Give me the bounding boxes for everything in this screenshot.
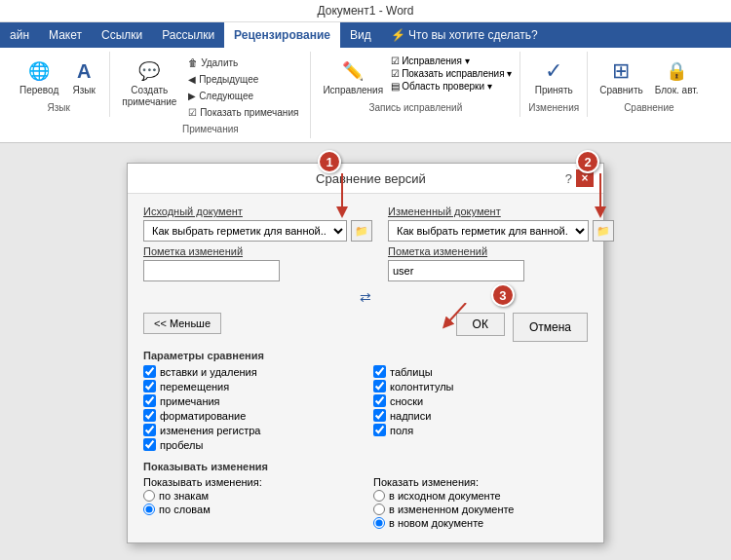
swap-button[interactable]: ⇄ (360, 289, 371, 305)
check-headers: колонтитулы (373, 380, 588, 392)
translate-button[interactable]: 🌐 Перевод (16, 56, 62, 98)
block-authors-icon: 🔒 (663, 57, 690, 85)
cancel-button[interactable]: Отмена (513, 313, 588, 342)
show-markup2-button[interactable]: ☑Показать исправления ▾ (391, 68, 512, 79)
compare-label: Сравнить (599, 85, 643, 96)
review-pane-button[interactable]: ▤Область проверки ▾ (391, 81, 512, 92)
radio-by-word: по словам (143, 504, 358, 515)
check-textboxes-input[interactable] (373, 409, 386, 422)
check-footnotes: сноски (373, 394, 588, 407)
radio-in-changed-input[interactable] (373, 504, 385, 515)
show-comments-button[interactable]: ☑ Показать примечания (184, 105, 302, 120)
document-area: 1 2 Сравнение версий ? × (0, 143, 731, 560)
check-comments-label: примечания (160, 395, 220, 407)
show-markup-button[interactable]: ☑Исправления ▾ (391, 56, 512, 66)
ribbon-group-changes: ✓ Принять Изменения (520, 52, 588, 117)
check-moves-input[interactable] (143, 380, 156, 392)
translate-label: Перевод (19, 85, 58, 96)
radio-in-original-input[interactable] (373, 490, 385, 502)
tab-search[interactable]: ⚡ Что вы хотите сделать? (381, 22, 548, 48)
tab-review[interactable]: Рецензирование (224, 22, 340, 48)
show-col1-label: Показывать изменения: (143, 476, 358, 488)
check-headers-input[interactable] (373, 380, 386, 392)
show-changes-section: Показывать изменения Показывать изменени… (143, 461, 588, 531)
changed-doc-col: Измененный документ Как выбрать герметик… (388, 205, 614, 281)
check-textboxes: надписи (373, 409, 588, 422)
group-label-changes: Изменения (528, 98, 579, 113)
prev-comment-button[interactable]: ◀ Предыдущее (184, 72, 302, 87)
show-col2-label: Показать изменения: (373, 476, 588, 488)
radio-by-word-input[interactable] (143, 504, 155, 515)
radio-in-changed: в измененном документе (373, 504, 588, 515)
block-authors-button[interactable]: 🔒 Блок. авт. (651, 56, 703, 98)
compare-button[interactable]: ⊞ Сравнить (596, 56, 647, 98)
check-case-input[interactable] (143, 424, 156, 436)
radio-in-new-input[interactable] (373, 517, 385, 529)
check-case-label: изменения регистра (160, 425, 260, 436)
changed-marker-input[interactable] (388, 260, 524, 281)
check-inserts-input[interactable] (143, 365, 156, 378)
check-headers-label: колонтитулы (390, 381, 453, 392)
track-changes-button[interactable]: ✏️ Исправления (319, 56, 387, 98)
check-comments: примечания (143, 394, 358, 407)
show-changes-title: Показывать изменения (143, 461, 588, 472)
group-label-comments: Примечания (182, 120, 239, 134)
source-marker-input[interactable] (143, 260, 280, 281)
next-comment-button[interactable]: ▶ Следующее (184, 89, 302, 103)
source-doc-browse-button[interactable]: 📁 (351, 220, 372, 242)
dialog-buttons: << Меньше 3 ОК Отмена (143, 313, 588, 342)
check-spaces-input[interactable] (143, 438, 156, 451)
check-spaces-label: пробелы (160, 439, 203, 451)
tab-mailings[interactable]: Рассылки (152, 22, 224, 48)
changed-doc-browse-button[interactable]: 📁 (593, 220, 614, 242)
changed-doc-field-row: Как выбрать герметик для ванной. 📁 (388, 220, 614, 242)
compare-dialog: 1 2 Сравнение версий ? × (127, 163, 604, 543)
check-case: изменения регистра (143, 424, 358, 436)
dialog-help-button[interactable]: ? (565, 171, 572, 186)
tab-view[interactable]: Вид (340, 22, 381, 48)
check-tables-input[interactable] (373, 365, 386, 378)
create-comment-button[interactable]: 💬 Создатьпримечание (118, 56, 180, 110)
less-button[interactable]: << Меньше (143, 313, 221, 334)
tab-design[interactable]: айн (0, 22, 39, 48)
changed-marker-label: Пометка изменений (388, 245, 614, 257)
ribbon-group-compare: ⊞ Сравнить 🔒 Блок. авт. Сравнение (588, 52, 710, 117)
ribbon-group-language: 🌐 Перевод A Язык Язык (8, 52, 110, 117)
check-comments-input[interactable] (143, 394, 156, 407)
app-title: Документ1 - Word (317, 4, 413, 18)
show-changes-row: Показывать изменения: по знакам по слова… (143, 476, 588, 531)
language-icon: A (70, 57, 97, 85)
comparison-settings-grid: вставки и удаления перемещения примечани… (143, 365, 588, 453)
check-fields-input[interactable] (373, 424, 386, 436)
document-fields-row: Исходный документ Как выбрать герметик д… (143, 205, 588, 281)
changed-doc-select[interactable]: Как выбрать герметик для ванной. (388, 220, 589, 242)
annotation-3: 3 (491, 283, 515, 307)
changed-marker-row: Пометка изменений (388, 245, 614, 281)
dialog-title-bar: Сравнение версий ? × (128, 164, 603, 194)
language-button[interactable]: A Язык (66, 56, 101, 98)
tab-layout[interactable]: Макет (39, 22, 92, 48)
radio-in-new: в новом документе (373, 517, 588, 529)
radio-by-char-input[interactable] (143, 490, 155, 502)
radio-in-original: в исходном документе (373, 490, 588, 502)
check-moves-label: перемещения (160, 381, 229, 392)
ok-button[interactable]: ОК (456, 313, 505, 336)
check-inserts-label: вставки и удаления (160, 366, 257, 378)
check-spaces: пробелы (143, 438, 358, 451)
tab-references[interactable]: Ссылки (92, 22, 152, 48)
radio-in-changed-label: в измененном документе (389, 504, 514, 515)
accept-button[interactable]: ✓ Принять (531, 56, 577, 98)
check-formatting: форматирование (143, 409, 358, 422)
annotation-1: 1 (318, 150, 341, 173)
delete-comment-button[interactable]: 🗑 Удалить (184, 56, 302, 70)
language-label: Язык (73, 85, 96, 96)
check-formatting-input[interactable] (143, 409, 156, 422)
check-textboxes-label: надписи (390, 410, 431, 422)
accept-label: Принять (535, 85, 573, 96)
check-footnotes-input[interactable] (373, 394, 386, 407)
source-doc-label: Исходный документ (143, 205, 372, 217)
block-authors-label: Блок. авт. (655, 85, 699, 96)
dialog-body: Исходный документ Как выбрать герметик д… (128, 194, 603, 542)
ribbon-content: 🌐 Перевод A Язык Язык 💬 Создатьпримечани… (0, 48, 731, 143)
source-doc-select[interactable]: Как выбрать герметик для ванной.. (143, 220, 347, 242)
